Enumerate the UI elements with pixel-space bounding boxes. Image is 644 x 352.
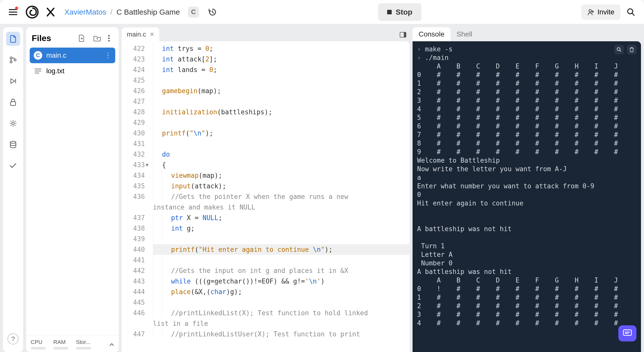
svg-point-9 [108, 35, 110, 37]
replit-logo-icon[interactable] [26, 6, 39, 19]
c-file-icon: C [34, 51, 42, 60]
svg-rect-13 [404, 32, 406, 37]
console-toolbar [614, 45, 636, 54]
svg-point-7 [12, 122, 14, 125]
console-clear-button[interactable] [627, 45, 636, 54]
file-item-log-txt[interactable]: log.txt [30, 63, 115, 79]
svg-point-4 [10, 61, 12, 63]
new-file-button[interactable] [77, 34, 86, 43]
svg-point-14 [617, 48, 620, 51]
tab-shell[interactable]: Shell [451, 27, 478, 41]
notification-dot-icon [15, 7, 18, 10]
files-more-button[interactable] [105, 34, 113, 43]
main-area: ? Files : Cmain.c⋮log.txt CPU RAM [0, 24, 644, 352]
svg-point-10 [108, 38, 110, 39]
toggle-panel-button[interactable] [397, 29, 409, 40]
stop-label: Stop [396, 8, 413, 16]
svg-point-8 [10, 141, 16, 143]
chat-icon [623, 329, 632, 337]
code-area[interactable]: int trys = 0;int attack[2];int lands = 0… [148, 41, 410, 352]
editor-tabstrip: main.c ✕ [122, 27, 410, 41]
storage-stat[interactable]: Stor... [76, 339, 91, 349]
brand-x-icon[interactable] [46, 7, 55, 17]
invite-icon [587, 9, 594, 16]
files-panel: Files : Cmain.c⋮log.txt CPU RAM Stor... [26, 27, 119, 352]
console-output[interactable]: › make -s › ./main A B C D E F G H I J 0… [413, 41, 641, 352]
close-tab-icon[interactable]: ✕ [150, 31, 154, 38]
files-header: Files : [26, 27, 119, 48]
stop-button[interactable]: Stop [378, 3, 422, 21]
console-search-button[interactable] [614, 45, 624, 54]
checkmark-icon[interactable] [6, 159, 20, 173]
breadcrumb-project[interactable]: C Battleship Game [116, 8, 180, 16]
resource-stats: CPU RAM Stor... [26, 335, 119, 352]
invite-label: Invite [597, 8, 614, 16]
secrets-lock-icon[interactable] [6, 95, 20, 109]
invite-button[interactable]: Invite [581, 5, 620, 20]
header-right: Invite [581, 5, 637, 20]
files-title: Files [32, 33, 74, 43]
console-panel: Console Shell › make -s › ./main A B C D… [413, 27, 641, 352]
file-list: Cmain.c⋮log.txt [26, 48, 119, 79]
help-button[interactable]: ? [8, 333, 19, 344]
search-button[interactable] [625, 6, 637, 18]
console-tabstrip: Console Shell [413, 27, 641, 41]
cpu-stat[interactable]: CPU [31, 339, 46, 349]
language-badge: C [188, 7, 199, 18]
svg-point-11 [108, 40, 110, 42]
svg-rect-6 [11, 102, 16, 105]
code-editor[interactable]: 422423424425426427428429430431432433▼434… [122, 41, 410, 352]
svg-point-1 [589, 10, 591, 12]
settings-gear-icon[interactable] [6, 116, 20, 130]
editor-tab-main-c[interactable]: main.c ✕ [122, 27, 159, 41]
editor-panel: main.c ✕ 4224234244254264274284294304314… [122, 27, 410, 352]
new-folder-button[interactable] [93, 34, 102, 43]
tab-console[interactable]: Console [413, 27, 451, 41]
hamburger-menu[interactable] [7, 6, 19, 18]
debugger-icon[interactable] [6, 74, 20, 88]
stats-expand-button[interactable] [109, 340, 114, 348]
history-button[interactable] [207, 7, 218, 18]
file-name: main.c [46, 52, 66, 59]
editor-tab-label: main.c [127, 30, 146, 38]
header-center: Stop [223, 3, 576, 21]
file-more-icon[interactable]: ⋮ [105, 52, 111, 59]
svg-rect-15 [623, 330, 631, 335]
files-nav-icon[interactable] [6, 32, 20, 46]
line-gutter: 422423424425426427428429430431432433▼434… [122, 41, 148, 352]
database-icon[interactable] [6, 137, 20, 152]
stop-square-icon [387, 10, 392, 14]
ram-stat[interactable]: RAM [53, 339, 68, 349]
text-file-icon [34, 67, 42, 75]
version-control-icon[interactable] [6, 53, 20, 67]
file-item-main-c[interactable]: Cmain.c⋮ [30, 48, 115, 63]
svg-point-3 [10, 57, 12, 59]
activity-bar: ? [3, 27, 23, 352]
breadcrumb-separator: / [110, 8, 112, 16]
header: XavierMatos / C Battleship Game C Stop I… [0, 0, 644, 24]
search-icon [627, 8, 635, 16]
breadcrumb: XavierMatos / C Battleship Game [64, 8, 180, 16]
breadcrumb-user-link[interactable]: XavierMatos [64, 8, 106, 16]
chat-bubble-button[interactable] [618, 325, 636, 341]
file-name: log.txt [46, 67, 64, 75]
